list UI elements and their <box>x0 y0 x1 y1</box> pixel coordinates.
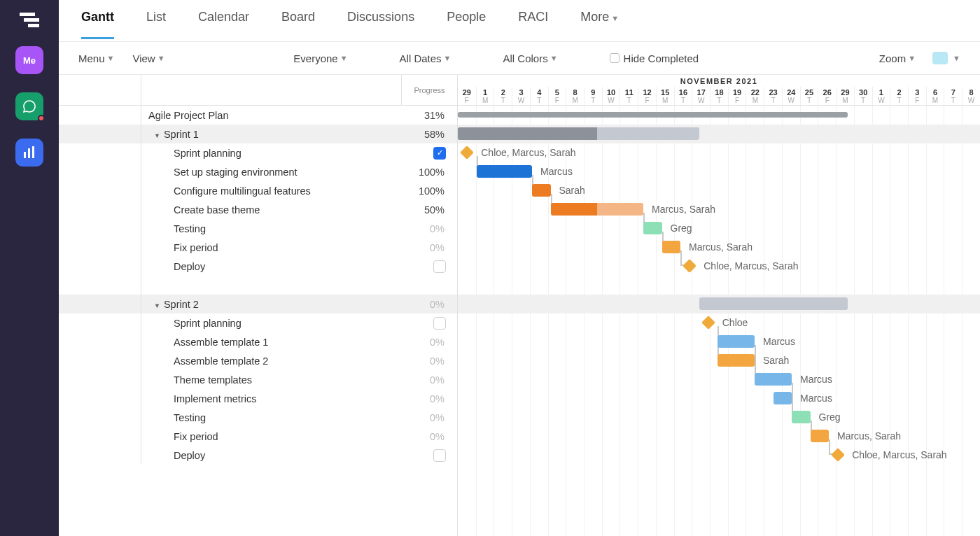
collapse-icon: ▼ <box>154 132 160 139</box>
task-row[interactable]: Deploy <box>59 257 457 276</box>
task-row[interactable]: Theme templates0% <box>59 370 457 389</box>
task-row[interactable]: Fix period0% <box>59 427 457 446</box>
gantt-bar[interactable] <box>458 127 699 140</box>
assignees-label: Marcus <box>763 336 795 347</box>
tab-gantt[interactable]: Gantt <box>81 10 114 39</box>
task-row[interactable]: Implement metrics0% <box>59 389 457 408</box>
tab-discussions[interactable]: Discussions <box>347 10 414 39</box>
check-icon: ✓ <box>433 147 446 160</box>
task-row[interactable]: Set up staging environment100% <box>59 162 457 181</box>
zoom-dropdown[interactable]: Zoom▼ <box>879 52 916 64</box>
tab-list[interactable]: List <box>146 10 166 39</box>
task-name: Testing <box>141 223 401 234</box>
task-row[interactable]: Assemble template 20% <box>59 351 457 370</box>
task-progress <box>401 260 457 273</box>
assignees-label: Marcus <box>800 393 832 404</box>
me-button[interactable]: Me <box>15 46 43 74</box>
menu-dropdown[interactable]: Menu▼ <box>78 52 114 64</box>
day-column: 25T <box>800 87 818 105</box>
assignees-label: Chloe, Marcus, Sarah <box>852 449 946 460</box>
task-progress: ✓ <box>401 147 457 160</box>
svg-rect-1 <box>24 18 39 22</box>
assignees-label: Greg <box>671 223 692 234</box>
gantt-bar[interactable] <box>755 373 792 386</box>
task-name: Set up staging environment <box>141 167 401 178</box>
milestone-icon[interactable] <box>682 259 696 273</box>
color-swatch-dropdown[interactable]: ▼ <box>925 52 960 64</box>
task-row[interactable]: Fix period0% <box>59 238 457 257</box>
task-row[interactable]: Create base theme50% <box>59 200 457 219</box>
milestone-icon[interactable] <box>701 316 715 330</box>
assignees-label: Greg <box>819 411 841 423</box>
day-column: 18T <box>710 87 728 105</box>
day-column: 6M <box>926 87 944 105</box>
task-name: Assemble template 2 <box>141 355 401 367</box>
filter-colors[interactable]: All Colors▼ <box>503 52 557 64</box>
day-column: 1M <box>476 87 494 105</box>
sprint-row[interactable]: ▼Sprint 158% <box>59 125 457 143</box>
task-row[interactable]: Sprint planning <box>59 313 457 332</box>
gantt-bar[interactable] <box>662 241 681 253</box>
task-row[interactable]: Configure multilingual features100% <box>59 181 457 200</box>
gantt-bar[interactable] <box>699 297 848 310</box>
task-progress: 0% <box>401 242 457 253</box>
milestone-icon[interactable] <box>460 146 474 160</box>
notification-dot-icon <box>38 115 45 122</box>
gantt-bar[interactable] <box>718 335 755 348</box>
project-row[interactable]: Agile Project Plan31% <box>59 106 457 125</box>
day-column: 2T <box>493 87 512 105</box>
gantt-bar[interactable] <box>551 203 644 216</box>
day-column: 3W <box>512 87 530 105</box>
task-name: Implement metrics <box>141 393 401 404</box>
tab-people[interactable]: People <box>447 10 486 39</box>
svg-rect-5 <box>32 146 34 158</box>
checkbox-icon <box>610 53 620 63</box>
task-row[interactable]: Testing0% <box>59 219 457 238</box>
gantt-bar[interactable] <box>458 112 848 118</box>
gantt-bar[interactable] <box>643 222 662 234</box>
gantt-bar[interactable] <box>792 411 811 423</box>
view-dropdown[interactable]: View▼ <box>132 52 164 64</box>
task-row[interactable]: Testing0% <box>59 408 457 427</box>
filter-dates[interactable]: All Dates▼ <box>400 52 451 64</box>
milestone-icon[interactable] <box>831 448 845 462</box>
task-list-pane: Progress Agile Project Plan31%▼Sprint 15… <box>59 75 458 536</box>
task-row[interactable]: Sprint planning✓ <box>59 143 457 162</box>
chat-button[interactable] <box>15 92 43 120</box>
task-name: Deploy <box>141 261 401 272</box>
task-progress: 100% <box>401 167 457 178</box>
gantt-bar[interactable] <box>774 392 792 404</box>
day-column: 10W <box>602 87 620 105</box>
task-row[interactable]: Deploy <box>59 446 457 465</box>
tab-board[interactable]: Board <box>281 10 315 39</box>
task-name: Configure multilingual features <box>141 185 401 197</box>
assignees-label: Chloe, Marcus, Sarah <box>704 260 798 271</box>
gantt-bar[interactable] <box>718 354 755 367</box>
hide-completed-toggle[interactable]: Hide Completed <box>610 52 699 64</box>
reports-button[interactable] <box>15 139 43 167</box>
tab-calendar[interactable]: Calendar <box>198 10 249 39</box>
task-progress: 0% <box>401 412 457 423</box>
task-progress: 100% <box>401 185 457 197</box>
assignees-label: Marcus, Sarah <box>837 430 901 442</box>
checkbox-icon <box>433 260 446 273</box>
gantt-bar[interactable] <box>477 165 533 178</box>
tab-raci[interactable]: RACI <box>518 10 548 39</box>
day-column: 29M <box>836 87 854 105</box>
gantt-bar[interactable] <box>532 184 551 197</box>
sprint-row[interactable]: ▼Sprint 20% <box>59 295 457 313</box>
task-progress: 31% <box>401 110 457 121</box>
day-column: 23T <box>764 87 782 105</box>
filter-everyone[interactable]: Everyone▼ <box>293 52 347 64</box>
tab-more[interactable]: More▼ <box>580 10 619 39</box>
checkbox-icon <box>433 449 446 462</box>
assignees-label: Marcus <box>800 374 832 385</box>
task-row[interactable]: Assemble template 10% <box>59 332 457 351</box>
day-column: 8W <box>962 87 980 105</box>
gantt-bar[interactable] <box>811 430 830 442</box>
me-label: Me <box>23 55 36 66</box>
chevron-down-icon: ▼ <box>611 14 619 22</box>
day-column: 29F <box>458 87 476 105</box>
chevron-down-icon: ▼ <box>444 54 451 62</box>
day-column: 15M <box>656 87 674 105</box>
